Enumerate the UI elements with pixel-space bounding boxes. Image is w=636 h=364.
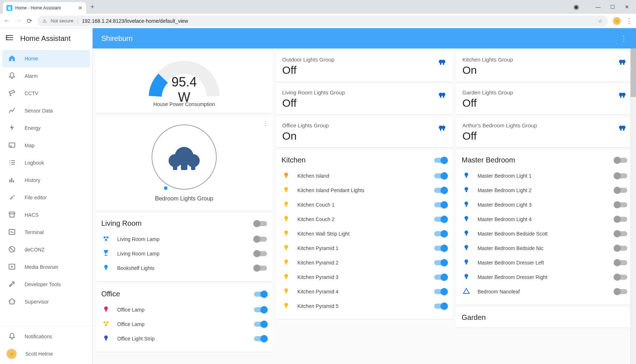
sidebar-item-sensor-data[interactable]: Sensor Data: [2, 102, 90, 119]
entity-toggle[interactable]: [254, 251, 267, 256]
card-toggle[interactable]: [434, 158, 447, 163]
entity-name[interactable]: Office Light Strip: [117, 336, 247, 342]
entity-toggle[interactable]: [254, 266, 267, 271]
sidebar-item-energy[interactable]: Energy: [2, 119, 90, 137]
entity-toggle[interactable]: [614, 188, 627, 193]
entity-toggle[interactable]: [614, 231, 627, 236]
sidebar-item-logbook[interactable]: Logbook: [2, 154, 90, 172]
entity-name[interactable]: Master Bedroom Light 1: [478, 173, 608, 179]
bulb-icon[interactable]: [281, 229, 291, 238]
bulb-icon[interactable]: [281, 301, 291, 311]
entity-name[interactable]: Office Lamp: [117, 321, 247, 327]
light-group-icon[interactable]: [618, 91, 627, 100]
bulb-icon[interactable]: [462, 186, 471, 195]
sidebar-item-history[interactable]: History: [2, 172, 90, 189]
forward-button[interactable]: →: [15, 17, 22, 25]
entity-toggle[interactable]: [614, 217, 627, 222]
bulb-icon[interactable]: [462, 272, 471, 282]
entity-toggle[interactable]: [614, 173, 627, 178]
reload-button[interactable]: ⟳: [27, 17, 32, 25]
entity-toggle[interactable]: [254, 336, 267, 341]
close-window-button[interactable]: ✕: [622, 1, 632, 12]
group-card[interactable]: Office Lights GroupOn: [276, 117, 453, 147]
browser-tab[interactable]: Home - Home Assistant ✕: [3, 2, 86, 14]
entity-toggle[interactable]: [614, 275, 627, 280]
header-kebab-icon[interactable]: ⋮: [620, 34, 627, 43]
entity-toggle[interactable]: [434, 246, 447, 251]
entity-toggle[interactable]: [614, 202, 627, 207]
bulb-icon[interactable]: [101, 263, 111, 273]
bulb-icon[interactable]: [462, 171, 471, 181]
bulb-icon[interactable]: [101, 234, 111, 244]
sidebar-item-map[interactable]: Map: [2, 137, 90, 154]
entity-toggle[interactable]: [434, 188, 447, 193]
bulb-icon[interactable]: [101, 249, 111, 258]
entity-name[interactable]: Master Bedroom Light 2: [478, 187, 608, 193]
account-icon[interactable]: ◉: [571, 1, 582, 12]
kebab-menu-icon[interactable]: ⋮: [626, 17, 632, 25]
bulb-icon[interactable]: [281, 200, 291, 209]
entity-toggle[interactable]: [434, 202, 447, 207]
group-card[interactable]: Garden Lights GroupOff: [456, 84, 633, 114]
entity-name[interactable]: Master Bedroom Dresser Left: [478, 260, 608, 266]
entity-toggle[interactable]: [434, 260, 447, 265]
entity-name[interactable]: Kitchen Pyramid 2: [297, 260, 428, 266]
sidebar-item-terminal[interactable]: Terminal: [2, 224, 90, 241]
entity-name[interactable]: Master Bedroom Bedside Nic: [478, 245, 608, 251]
gauge-card[interactable]: 95.4 W House Power Consumption: [96, 51, 273, 113]
sidebar-item-file-editor[interactable]: File editor: [2, 189, 90, 206]
entity-toggle[interactable]: [434, 217, 447, 222]
sidebar-item-developer-tools[interactable]: Developer Tools: [2, 276, 90, 293]
entity-name[interactable]: Master Bedroom Bedside Scott: [478, 231, 608, 237]
entity-name[interactable]: Kitchen Pyramid 5: [297, 303, 428, 309]
entity-toggle[interactable]: [254, 307, 267, 312]
entity-name[interactable]: Kitchen Couch 2: [297, 216, 428, 222]
bulb-icon[interactable]: [462, 229, 471, 238]
light-group-icon[interactable]: [438, 91, 446, 100]
bulb-icon[interactable]: [101, 319, 111, 329]
thermostat-ring-icon[interactable]: [152, 124, 217, 190]
hamburger-icon[interactable]: [6, 35, 13, 42]
bulb-icon[interactable]: [281, 171, 291, 181]
entity-name[interactable]: Master Bedroom Light 4: [478, 216, 608, 222]
entity-name[interactable]: Bedroom Nanoleaf: [478, 289, 608, 295]
bulb-icon[interactable]: [462, 215, 471, 224]
light-group-icon[interactable]: [618, 124, 627, 133]
entity-name[interactable]: Living Room Lamp: [117, 251, 247, 257]
bulb-icon[interactable]: [462, 258, 471, 267]
office-toggle[interactable]: [254, 292, 267, 297]
sidebar-item-media-browser[interactable]: Media Browser: [2, 258, 90, 276]
entity-name[interactable]: Kitchen Island: [297, 173, 428, 179]
entity-name[interactable]: Kitchen Wall Strip Light: [297, 231, 428, 237]
entity-name[interactable]: Kitchen Couch 1: [297, 202, 428, 208]
group-card[interactable]: Living Room Lights GroupOff: [276, 84, 453, 114]
sidebar-item-cctv[interactable]: CCTV: [2, 85, 90, 102]
entity-name[interactable]: Kitchen Pyramid 4: [297, 289, 428, 295]
entity-toggle[interactable]: [614, 246, 627, 251]
group-card[interactable]: Kitchen Lights GroupOn: [456, 51, 633, 81]
bulb-icon[interactable]: [462, 287, 471, 296]
entity-name[interactable]: Bookshelf Lights: [117, 265, 247, 271]
light-group-icon[interactable]: [438, 58, 446, 67]
sidebar-item-notifications[interactable]: Notifications: [2, 328, 90, 345]
sidebar-item-hacs[interactable]: HACS: [2, 206, 90, 224]
bulb-icon[interactable]: [462, 244, 471, 253]
entity-toggle[interactable]: [434, 275, 447, 280]
sidebar-item-deconz[interactable]: deCONZ: [2, 241, 90, 258]
sidebar-item-home[interactable]: Home: [2, 50, 90, 67]
group-card[interactable]: Arthur's Bedroom Lights GroupOff: [456, 117, 633, 147]
group-card[interactable]: Outdoor Lights GroupOff: [276, 51, 453, 81]
maximize-button[interactable]: ☐: [607, 1, 618, 12]
entity-toggle[interactable]: [434, 289, 447, 294]
light-group-icon[interactable]: [438, 124, 446, 133]
bulb-icon[interactable]: [281, 272, 291, 282]
entity-toggle[interactable]: [254, 322, 267, 327]
sidebar-item-alarm[interactable]: Alarm: [2, 67, 90, 85]
back-button[interactable]: ←: [4, 17, 10, 25]
bulb-icon[interactable]: [281, 287, 291, 296]
entity-name[interactable]: Kitchen Pyramid 1: [297, 245, 428, 251]
card-menu-icon[interactable]: ⋮: [263, 120, 268, 127]
entity-toggle[interactable]: [434, 173, 447, 178]
sidebar-item-supervisor[interactable]: Supervisor: [2, 293, 90, 310]
light-group-icon[interactable]: [618, 58, 627, 67]
